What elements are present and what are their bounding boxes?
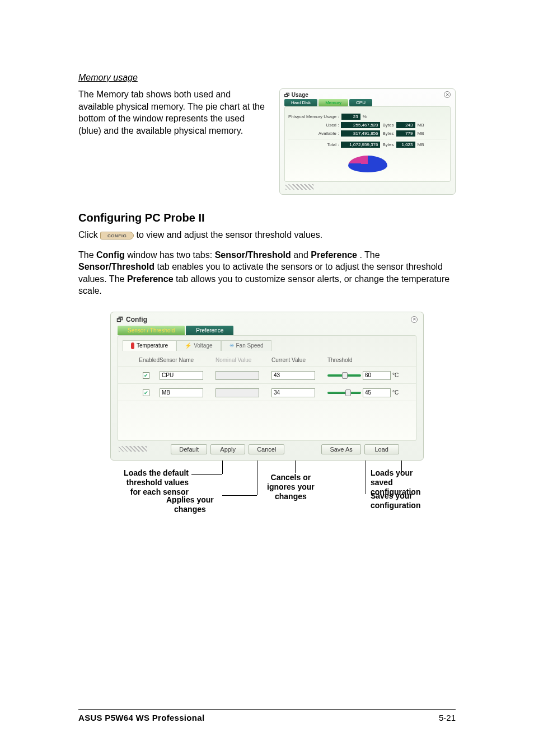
footer-left: ASUS P5W64 WS Professional bbox=[78, 713, 204, 722]
bold-config: Config bbox=[96, 250, 125, 260]
text-fragment: . The bbox=[359, 250, 380, 260]
sensor-name-input[interactable] bbox=[160, 371, 203, 380]
value-available-mb: 779 bbox=[396, 130, 415, 137]
col-threshold: Threshold bbox=[327, 357, 406, 363]
text-fragment: and bbox=[293, 250, 311, 260]
memory-usage-paragraph: The Memory tab shows both used and avail… bbox=[78, 88, 268, 137]
load-button[interactable]: Load bbox=[364, 444, 399, 454]
threshold-slider[interactable] bbox=[327, 374, 361, 377]
usage-body: Phisycal Memory Usage : 23 % Used : 255,… bbox=[284, 106, 451, 182]
text-fragment: The bbox=[78, 250, 96, 260]
callouts: Loads the default threshold values for e… bbox=[110, 461, 424, 528]
config-button-icon: CONFIG bbox=[100, 232, 134, 240]
tab-cpu[interactable]: CPU bbox=[349, 99, 372, 106]
callout-line bbox=[222, 461, 223, 474]
value-total-mb: 1,023 bbox=[396, 142, 415, 148]
unit-label: °C bbox=[392, 372, 399, 378]
label-available: Available : bbox=[311, 131, 339, 136]
usage-title: 🗗 Usage bbox=[284, 92, 308, 98]
subtab-label: Voltage bbox=[194, 342, 212, 349]
unit-label: °C bbox=[392, 389, 399, 396]
footer-right: 5-21 bbox=[439, 713, 456, 722]
button-row-left: Default Apply Cancel Save As Load bbox=[147, 444, 423, 454]
bold-sensor-threshold: Sensor/Threshold bbox=[215, 250, 291, 260]
close-icon[interactable]: ✕ bbox=[444, 91, 451, 98]
current-input bbox=[271, 371, 315, 380]
cancel-button[interactable]: Cancel bbox=[249, 444, 284, 454]
slider-thumb-icon[interactable] bbox=[342, 372, 348, 379]
usage-headline-value: 23 bbox=[341, 114, 360, 120]
tab-preference[interactable]: Preference bbox=[186, 326, 233, 335]
callout-line bbox=[366, 461, 366, 494]
value-total-bytes: 1,072,959,376 bbox=[341, 142, 380, 148]
callout-line bbox=[295, 461, 296, 473]
close-icon[interactable]: ✕ bbox=[411, 316, 418, 323]
lightning-icon bbox=[185, 342, 191, 349]
col-nominal: Nominal Value bbox=[216, 357, 271, 363]
tab-memory[interactable]: Memory bbox=[318, 99, 348, 106]
usage-row-available: Available : 817,491,856 Bytes 779 MB bbox=[288, 130, 447, 137]
checkbox-enabled[interactable]: ✔ bbox=[143, 389, 149, 396]
threshold-cell: °C bbox=[327, 388, 406, 397]
subtab-voltage[interactable]: Voltage bbox=[176, 340, 221, 351]
fan-icon bbox=[229, 342, 234, 349]
paragraph-config-tabs: The Config window has two tabs: Sensor/T… bbox=[78, 249, 456, 297]
nominal-input[interactable] bbox=[216, 371, 259, 380]
heading-configuring: Configuring PC Probe II bbox=[78, 212, 456, 224]
col-enabled: Enabled bbox=[126, 357, 160, 363]
pie-chart-icon bbox=[348, 156, 387, 172]
bold-preference-2: Preference bbox=[127, 274, 174, 284]
callout-line bbox=[222, 495, 257, 496]
usage-panel: 🗗 Usage ✕ Hard Disk Memory CPU Phisycal … bbox=[279, 88, 456, 195]
threshold-input[interactable] bbox=[363, 388, 391, 397]
bold-sensor-threshold-2: Sensor/Threshold bbox=[78, 262, 154, 271]
usage-titlebar: 🗗 Usage ✕ bbox=[280, 89, 455, 98]
value-used-bytes: 255,467,520 bbox=[341, 122, 380, 128]
slider-thumb-icon[interactable] bbox=[345, 389, 351, 396]
nominal-input[interactable] bbox=[216, 388, 259, 397]
current-input bbox=[271, 388, 315, 397]
tab-sensor-threshold[interactable]: Sensor / Threshold bbox=[118, 326, 185, 335]
usage-headline: Phisycal Memory Usage : 23 % bbox=[288, 114, 447, 120]
threshold-cell: °C bbox=[327, 371, 406, 380]
col-sensor-name: Sensor Name bbox=[160, 357, 216, 363]
memory-usage-row: The Memory tab shows both used and avail… bbox=[78, 88, 456, 195]
checkbox-enabled[interactable]: ✔ bbox=[143, 372, 149, 379]
usage-row-used: Used : 255,467,520 Bytes 243 MB bbox=[288, 122, 447, 128]
save-as-button[interactable]: Save As bbox=[321, 444, 360, 454]
config-panel: 🗗 Config ✕ Sensor / Threshold Preference… bbox=[110, 312, 424, 461]
table-row: ✔ °C bbox=[118, 384, 416, 401]
callout-default: Loads the default threshold values for e… bbox=[105, 468, 189, 496]
callout-line bbox=[257, 461, 257, 495]
value-used-mb: 243 bbox=[396, 122, 415, 128]
col-current: Current Value bbox=[271, 357, 327, 363]
config-titlebar: 🗗 Config ✕ bbox=[111, 312, 423, 323]
threshold-input[interactable] bbox=[363, 371, 391, 380]
config-title: 🗗 Config bbox=[116, 316, 147, 323]
callout-cancel: Cancels or ignores your changes bbox=[267, 473, 315, 501]
sensor-name-input[interactable] bbox=[160, 388, 203, 397]
subtab-fan-speed[interactable]: Fan Speed bbox=[221, 340, 272, 351]
callout-apply: Applies your changes bbox=[166, 495, 214, 514]
label-total: Total : bbox=[311, 142, 339, 147]
table-header-row: Enabled Sensor Name Nominal Value Curren… bbox=[118, 354, 416, 367]
paragraph-click-config: Click CONFIG to view and adjust the sens… bbox=[78, 229, 456, 241]
threshold-slider[interactable] bbox=[327, 392, 361, 394]
config-sub-tabs: Temperature Voltage Fan Speed bbox=[123, 340, 416, 351]
subtab-label: Temperature bbox=[137, 342, 168, 349]
config-top-tabs: Sensor / Threshold Preference bbox=[118, 326, 423, 335]
value-available-bytes: 817,491,856 bbox=[341, 130, 380, 137]
unit-bytes: Bytes bbox=[382, 123, 394, 128]
default-button[interactable]: Default bbox=[171, 444, 207, 454]
unit-bytes: Bytes bbox=[382, 131, 394, 136]
apply-button[interactable]: Apply bbox=[210, 444, 245, 454]
usage-headline-unit: % bbox=[363, 114, 367, 119]
page-footer: ASUS P5W64 WS Professional 5-21 bbox=[78, 709, 456, 722]
config-panel-wrap: 🗗 Config ✕ Sensor / Threshold Preference… bbox=[78, 312, 456, 528]
unit-bytes: Bytes bbox=[382, 142, 394, 147]
resize-grip-icon bbox=[285, 184, 313, 190]
bold-preference: Preference bbox=[311, 250, 357, 260]
tab-hard-disk[interactable]: Hard Disk bbox=[284, 99, 317, 106]
usage-tabs: Hard Disk Memory CPU bbox=[284, 99, 455, 106]
subtab-temperature[interactable]: Temperature bbox=[123, 340, 176, 351]
